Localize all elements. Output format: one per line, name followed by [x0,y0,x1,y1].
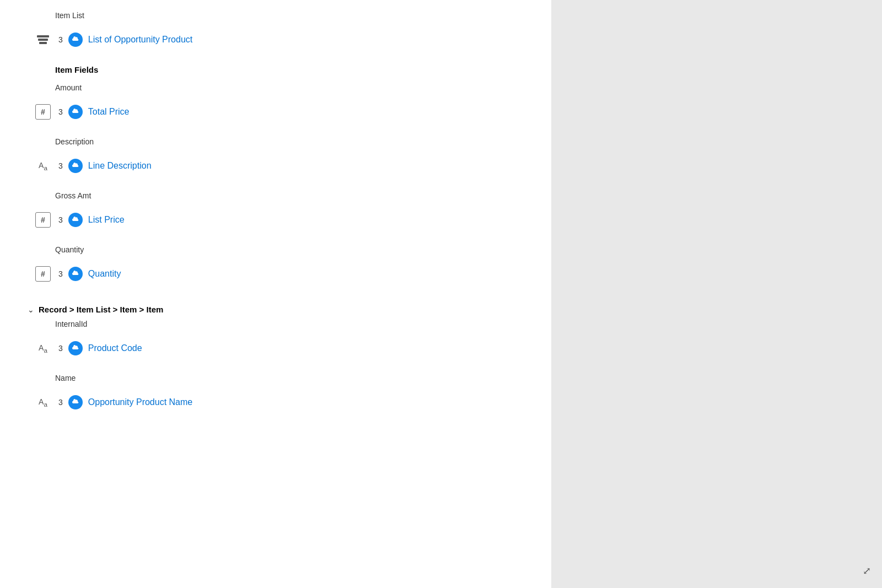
description-icon-container: Aa [33,156,53,176]
gross-amt-icon-container: # [33,210,53,230]
internal-id-field-group: InternalId Aa 3 Product Code [22,320,529,363]
item-list-row: 3 List of Opportunity Product [22,25,529,54]
layer-2 [38,39,48,41]
line-description-link[interactable]: Line Description [88,161,152,171]
internal-id-row: Aa 3 Product Code [22,334,529,363]
layers-icon [37,35,49,44]
name-label: Name [22,374,529,382]
text-icon-internal-id: Aa [39,343,47,354]
internal-id-count: 3 [58,344,63,353]
right-panel: ⤢ [551,0,882,588]
text-icon-name: Aa [39,397,47,408]
layer-1 [37,35,49,37]
text-icon-description: Aa [39,161,47,171]
quantity-count: 3 [58,269,63,278]
internal-id-label: InternalId [22,320,529,328]
name-row: Aa 3 Opportunity Product Name [22,388,529,417]
gross-amt-field-group: Gross Amt # 3 List Price [22,191,529,234]
layer-3 [39,42,47,44]
product-code-link[interactable]: Product Code [88,343,142,353]
quantity-row: # 3 Quantity [22,260,529,288]
item-list-section: Item List 3 List of Opportunity Product [22,11,529,54]
description-label: Description [22,137,529,146]
salesforce-cloud-icon [68,33,83,47]
quantity-label: Quantity [22,245,529,254]
amount-label: Amount [22,83,529,92]
name-icon-container: Aa [33,392,53,412]
quantity-link[interactable]: Quantity [88,269,121,279]
expand-icon[interactable]: ⤢ [863,565,871,577]
gross-amt-count: 3 [58,215,63,224]
salesforce-cloud-icon-amount [68,105,83,119]
description-field-group: Description Aa 3 Line Description [22,137,529,180]
item-fields-heading: Item Fields [22,65,529,74]
quantity-field-group: Quantity # 3 Quantity [22,245,529,288]
hash-icon-amount: # [35,104,51,120]
list-price-link[interactable]: List Price [88,215,125,225]
chevron-down-icon[interactable]: ⌄ [28,305,34,314]
quantity-icon-container: # [33,264,53,284]
record-path-row: ⌄ Record > Item List > Item > Item [22,299,529,320]
amount-count: 3 [58,107,63,116]
description-count: 3 [58,161,63,170]
description-row: Aa 3 Line Description [22,152,529,180]
item-list-label: Item List [22,11,529,20]
hash-icon-quantity: # [35,266,51,282]
opportunity-product-name-link[interactable]: Opportunity Product Name [88,397,192,407]
internal-id-icon-container: Aa [33,338,53,358]
layers-icon-container [33,30,53,50]
hash-icon-gross: # [35,212,51,228]
item-list-count: 3 [58,35,63,44]
salesforce-cloud-icon-description [68,159,83,173]
total-price-link[interactable]: Total Price [88,107,130,117]
salesforce-cloud-icon-name [68,395,83,409]
amount-row: # 3 Total Price [22,98,529,126]
gross-amt-label: Gross Amt [22,191,529,200]
name-count: 3 [58,398,63,407]
salesforce-cloud-icon-gross [68,213,83,227]
amount-icon-container: # [33,102,53,122]
main-panel: Item List 3 List of Opportunity Product … [0,0,551,588]
salesforce-cloud-icon-quantity [68,267,83,281]
gross-amt-row: # 3 List Price [22,206,529,234]
item-list-link[interactable]: List of Opportunity Product [88,35,192,45]
name-field-group: Name Aa 3 Opportunity Product Name [22,374,529,417]
salesforce-cloud-icon-internal-id [68,341,83,355]
record-path-label: Record > Item List > Item > Item [39,305,163,314]
amount-field-group: Amount # 3 Total Price [22,83,529,126]
